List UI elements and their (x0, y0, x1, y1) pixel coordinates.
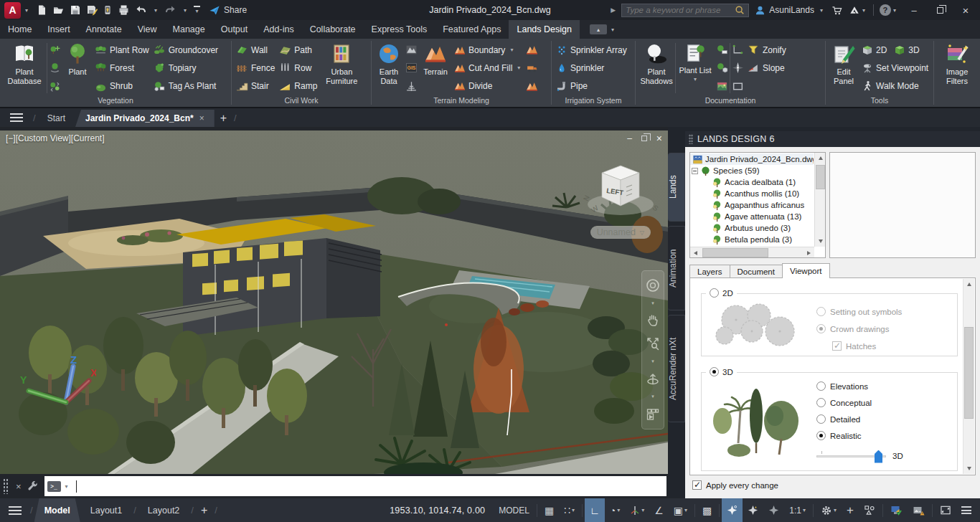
tab-collaborate[interactable]: Collaborate (302, 20, 364, 39)
app-store-cart-icon[interactable] (831, 5, 843, 16)
command-line-close-icon[interactable]: × (16, 481, 22, 492)
tab-manage[interactable]: Manage (165, 20, 213, 39)
otrack-button[interactable]: ∠ (649, 498, 669, 522)
undo-button[interactable] (135, 5, 147, 16)
collapse-node-icon[interactable] (692, 168, 698, 174)
fence-button[interactable]: Fence (236, 59, 275, 77)
side-tab-accurender[interactable]: AccuRender nXt (668, 315, 685, 422)
tree-root-row[interactable]: Jardin Privado_2024_Bcn.dwg (690, 153, 814, 165)
scroll-left-icon[interactable] (690, 247, 701, 258)
plant-elevation-button[interactable] (716, 62, 728, 74)
frame-button[interactable] (732, 80, 744, 92)
navigation-wheel-caret-icon[interactable]: ▾ (651, 300, 654, 306)
coordinates-display[interactable]: 1953.10, 1014.74, 0.00 (381, 506, 494, 516)
zoom-icon[interactable] (645, 336, 661, 351)
ortho-button[interactable]: ∟ (585, 498, 605, 522)
command-input[interactable]: >_ ▾ (44, 476, 666, 496)
tree-species-row[interactable]: Acacia dealbata (1) (690, 176, 814, 188)
search-icon[interactable] (735, 5, 745, 15)
clean-screen-button[interactable] (935, 498, 956, 522)
new-file-button[interactable] (36, 4, 47, 16)
osnap-button[interactable]: ▣▾ (669, 498, 692, 522)
topiary-button[interactable]: Topiary (154, 59, 218, 77)
panel-label-irrigation[interactable]: Irrigation System (552, 95, 635, 107)
undo-caret-icon[interactable]: ▾ (154, 7, 157, 14)
snap-button[interactable]: ∷▾ (559, 498, 580, 522)
ribbon-collapse-button[interactable]: ▴▾ (590, 20, 616, 39)
page-scrollbar[interactable] (963, 279, 974, 474)
sprinkler-array-button[interactable]: Sprinkler Array (556, 41, 631, 59)
image-filters-button[interactable]: Image Filters (938, 41, 976, 95)
species-tree[interactable]: Jardin Privado_2024_Bcn.dwg Species (59)… (689, 152, 826, 258)
panel-header[interactable]: LANDS DESIGN 6 (685, 131, 980, 147)
viewport-restore-icon[interactable] (641, 133, 647, 143)
north-symbol-button[interactable] (732, 62, 744, 74)
tag-as-plant-button[interactable]: Tag As Plant (154, 77, 218, 95)
radio-realistic[interactable] (816, 431, 826, 440)
tab-home[interactable]: Home (0, 20, 39, 39)
row-button[interactable]: Row (279, 59, 317, 77)
search-input[interactable] (626, 6, 735, 14)
scrollbar-thumb[interactable] (964, 327, 974, 419)
layout-menu-icon[interactable] (9, 506, 22, 515)
scrollbar-thumb[interactable] (816, 165, 825, 189)
forest-button[interactable]: Forest (95, 59, 149, 77)
annotation-scale-value[interactable]: 1:1▾ (784, 498, 811, 522)
cut-and-fill-button[interactable]: Cut And Fill▾ (454, 59, 522, 77)
scroll-up-icon[interactable] (815, 153, 826, 163)
image-quality-button[interactable] (908, 498, 930, 522)
app-menu-button[interactable]: A (4, 2, 21, 19)
tab-document[interactable]: Document (730, 265, 783, 278)
app-menu-caret-icon[interactable]: ▾ (25, 7, 28, 14)
shrub-button[interactable]: Shrub (95, 77, 149, 95)
annotation-scale-button[interactable] (763, 498, 784, 522)
model-tab[interactable]: Model (34, 498, 80, 522)
scroll-down-icon[interactable] (963, 463, 974, 474)
zonify-button[interactable]: Zonify (748, 41, 786, 59)
scroll-down-icon[interactable] (815, 236, 826, 247)
terrain-edit-button[interactable] (526, 44, 538, 56)
tab-express-tools[interactable]: Express Tools (364, 20, 435, 39)
command-wrench-icon[interactable] (27, 480, 39, 492)
customize-qat-button[interactable]: ▾ (194, 6, 200, 14)
panel-label-terrain-modeling[interactable]: Terrain Modeling (372, 95, 551, 107)
urban-furniture-button[interactable]: Urban Furniture (319, 41, 364, 95)
viewport-minimize-icon[interactable]: – (627, 133, 632, 143)
2d-mode-button[interactable]: 2D (862, 44, 887, 56)
viewport-close-icon[interactable]: × (656, 133, 662, 144)
orbit-caret-icon[interactable]: ▾ (651, 394, 654, 399)
plant-shadows-button[interactable]: Plant Shadows (638, 41, 675, 95)
tree-species-row[interactable]: Betula pendula (3) (690, 234, 814, 245)
transparency-button[interactable]: ▩ (697, 498, 717, 522)
viewport-controls[interactable]: [−][Custom View][Current] (6, 133, 105, 143)
3d-mode-button[interactable]: 3D (894, 44, 919, 56)
search-box[interactable] (621, 4, 749, 17)
annotation-visibility-button[interactable] (722, 498, 743, 522)
terrain-image-button[interactable] (405, 44, 418, 56)
redo-button[interactable] (164, 5, 176, 16)
plant-add-button[interactable] (49, 44, 61, 56)
tree-species-row[interactable]: Arbutus unedo (3) (690, 222, 814, 234)
signin-user[interactable]: AsuniLands ▾ (755, 5, 825, 16)
tree-species-row[interactable]: Acanthus mollis (10) (690, 188, 814, 199)
command-caret-icon[interactable]: ▾ (65, 483, 68, 490)
layout1-tab[interactable]: Layout1 (80, 498, 132, 522)
tab-layers[interactable]: Layers (689, 265, 730, 278)
groundcover-button[interactable]: Groundcover (154, 41, 218, 59)
tab-addins[interactable]: Add-ins (255, 20, 301, 39)
slope-button[interactable]: Slope (748, 59, 786, 77)
panel-label-vegetation[interactable]: Vegetation (0, 95, 231, 107)
scrollbar-thumb[interactable] (702, 248, 768, 257)
restore-button[interactable] (930, 5, 950, 16)
save-as-button[interactable] (86, 4, 98, 16)
help-menu[interactable]: ?▾ (880, 4, 898, 16)
tree-vertical-scrollbar[interactable] (814, 153, 825, 247)
gis-import-button[interactable] (405, 62, 418, 74)
set-viewpoint-button[interactable]: Set Viewpoint (862, 59, 928, 77)
earth-data-button[interactable]: Earth Data (374, 41, 404, 95)
terrain-link-button[interactable] (526, 80, 538, 92)
view-name-dropdown[interactable]: Unnamed ▽ (590, 226, 651, 239)
grid-button[interactable]: ▦ (540, 498, 559, 522)
new-drawing-tab-button[interactable]: + (220, 112, 227, 125)
tree-species-row[interactable]: Agapanthus africanus (690, 199, 814, 211)
